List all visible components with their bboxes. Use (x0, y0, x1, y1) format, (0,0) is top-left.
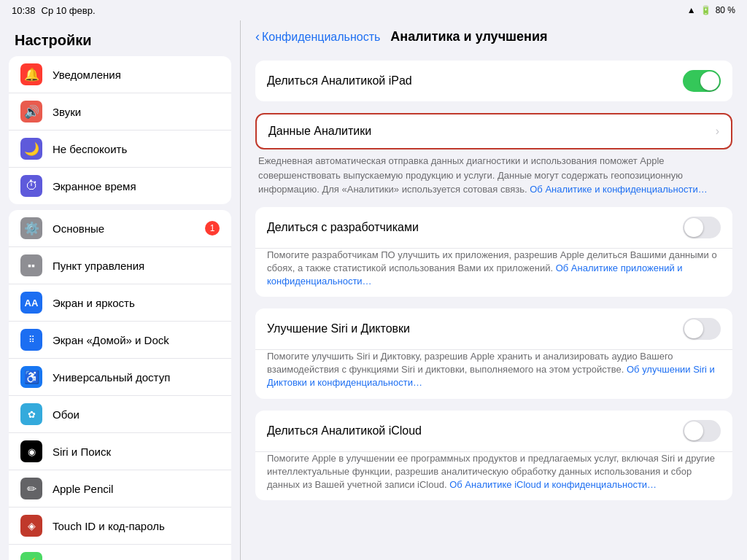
battery-level: 80 % (716, 5, 735, 15)
status-bar: 10:38 Ср 10 февр. ▲ 🔋 80 % (0, 0, 747, 20)
icloud-analytics-description: Помогите Apple в улучшении ее программны… (255, 452, 732, 501)
siri-dictation-label: Улучшение Siri и Диктовки (267, 322, 410, 335)
sidebar-item-label: Touch ID и код-пароль (53, 520, 220, 532)
analytics-data-row[interactable]: Данные Аналитики › (257, 114, 731, 148)
sidebar-item-label: Apple Pencil (53, 483, 220, 495)
sidebar-item-home[interactable]: ⠿ Экран «Домой» и Dock (9, 322, 231, 359)
sidebar-item-touchid[interactable]: ◈ Touch ID и код-пароль (9, 508, 231, 545)
toggle-knob (684, 319, 703, 338)
share-analytics-toggle[interactable] (683, 70, 721, 92)
icloud-analytics-group: Делиться Аналитикой iCloud Помогите Appl… (255, 411, 732, 501)
sidebar-item-control[interactable]: ▪▪ Пункт управления (9, 247, 231, 284)
share-developers-description: Помогите разработчикам ПО улучшить их пр… (255, 249, 732, 298)
sidebar-item-general[interactable]: ⚙️ Основные 1 (9, 210, 231, 247)
applepencil-icon: ✏ (20, 478, 42, 499)
sidebar-item-wallpaper[interactable]: ✿ Обои (9, 396, 231, 433)
sidebar-item-battery[interactable]: ⚡ Аккумулятор (9, 545, 231, 560)
sidebar-item-sounds[interactable]: 🔊 Звуки (9, 93, 231, 131)
sidebar-list: 🔔 Уведомления 🔊 Звуки 🌙 Не беспокоить ⏱ … (0, 56, 240, 560)
share-ipad-group: Делиться Аналитикой iPad (255, 61, 732, 101)
sidebar-item-label: Пункт управления (53, 260, 220, 272)
siri-privacy-link[interactable]: Об улучшении Siri и Диктовки и конфиденц… (267, 364, 715, 388)
siri-icon: ◉ (20, 440, 42, 462)
sidebar-item-label: Аккумулятор (53, 557, 220, 561)
control-icon: ▪▪ (20, 254, 42, 276)
sounds-icon: 🔊 (20, 101, 42, 122)
siri-dictation-description: Помогите улучшить Siri и Диктовку, разре… (255, 350, 732, 399)
sidebar-item-screentime[interactable]: ⏱ Экранное время (9, 168, 231, 204)
status-bar-right: ▲ 🔋 80 % (687, 5, 735, 15)
sidebar-item-label: Обои (53, 408, 220, 421)
share-developers-row: Делиться с разработчиками (255, 207, 732, 249)
sidebar-item-donotdisturb[interactable]: 🌙 Не беспокоить (9, 131, 231, 168)
toggle-knob (684, 218, 703, 237)
page-title: Аналитика и улучшения (390, 29, 547, 44)
share-developers-toggle[interactable] (683, 217, 721, 238)
icloud-analytics-label: Делиться Аналитикой iCloud (267, 424, 422, 438)
share-analytics-label: Делиться Аналитикой iPad (267, 74, 412, 88)
sidebar-item-label: Не беспокоить (53, 143, 220, 155)
wifi-icon: ▲ (687, 5, 696, 15)
sidebar-title: Настройки (0, 20, 240, 56)
analytics-link[interactable]: Об Аналитике и конфиденциальности… (530, 184, 707, 195)
main-layout: Настройки 🔔 Уведомления 🔊 Звуки 🌙 Не бес… (0, 20, 747, 560)
sidebar-item-label: Основные (53, 222, 195, 235)
siri-dictation-toggle[interactable] (683, 318, 721, 340)
back-button[interactable]: ‹ Конфиденциальность (255, 29, 380, 44)
chevron-right-icon: › (716, 125, 719, 138)
sidebar-item-display[interactable]: AA Экран и яркость (9, 284, 231, 322)
content-header: ‹ Конфиденциальность Аналитика и улучшен… (241, 20, 747, 53)
sidebar: Настройки 🔔 Уведомления 🔊 Звуки 🌙 Не бес… (0, 20, 241, 560)
sidebar-item-label: Экранное время (53, 180, 220, 192)
status-date: Ср 10 февр. (42, 5, 96, 16)
sidebar-item-label: Siri и Поиск (53, 446, 220, 458)
icloud-analytics-row: Делиться Аналитикой iCloud (255, 411, 732, 452)
sidebar-bottom-group: ⚙️ Основные 1 ▪▪ Пункт управления AA Экр… (9, 210, 231, 560)
dev-analytics-link[interactable]: Об Аналитике приложений и конфиденциальн… (267, 262, 683, 287)
icloud-privacy-link[interactable]: Об Аналитике iCloud и конфиденциальности… (449, 479, 657, 490)
home-icon: ⠿ (20, 329, 42, 351)
toggle-knob (684, 421, 703, 440)
analytics-data-label: Данные Аналитики (268, 125, 371, 138)
general-badge: 1 (205, 221, 220, 236)
back-chevron-icon: ‹ (255, 29, 260, 44)
share-developers-label: Делиться с разработчиками (267, 221, 419, 234)
general-icon: ⚙️ (20, 217, 42, 239)
touchid-icon: ◈ (20, 515, 42, 537)
status-time: 10:38 (12, 5, 36, 16)
battery-icon: 🔋 (700, 5, 711, 15)
screentime-icon: ⏱ (20, 175, 42, 197)
content-area: ‹ Конфиденциальность Аналитика и улучшен… (241, 20, 747, 560)
sidebar-item-notifications[interactable]: 🔔 Уведомления (9, 56, 231, 93)
sidebar-item-applepencil[interactable]: ✏ Apple Pencil (9, 470, 231, 508)
accessibility-icon: ♿ (20, 366, 42, 388)
icloud-analytics-toggle[interactable] (683, 420, 721, 442)
sidebar-item-label: Экран «Домой» и Dock (53, 334, 220, 346)
sidebar-item-label: Экран и яркость (53, 297, 220, 309)
battery-icon2: ⚡ (20, 552, 42, 560)
share-analytics-row: Делиться Аналитикой iPad (255, 61, 732, 101)
donotdisturb-icon: 🌙 (20, 138, 42, 160)
share-developers-group: Делиться с разработчиками Помогите разра… (255, 207, 732, 298)
sidebar-item-label: Звуки (53, 106, 220, 118)
sidebar-item-accessibility[interactable]: ♿ Универсальный доступ (9, 359, 231, 396)
sidebar-item-label: Уведомления (53, 69, 220, 81)
analytics-data-description: Ежедневная автоматическая отправка данны… (255, 149, 732, 200)
sidebar-top-group: 🔔 Уведомления 🔊 Звуки 🌙 Не беспокоить ⏱ … (9, 56, 231, 204)
content-body: Делиться Аналитикой iPad Данные Аналитик… (241, 53, 747, 519)
analytics-data-section: Данные Аналитики › Ежедневная автоматиче… (255, 113, 732, 200)
wallpaper-icon: ✿ (20, 403, 42, 425)
siri-dictation-row: Улучшение Siri и Диктовки (255, 308, 732, 350)
display-icon: AA (20, 292, 42, 314)
status-bar-left: 10:38 Ср 10 февр. (12, 5, 96, 16)
notifications-icon: 🔔 (20, 63, 42, 85)
toggle-knob (700, 71, 719, 90)
sidebar-item-siri[interactable]: ◉ Siri и Поиск (9, 433, 231, 470)
back-label: Конфиденциальность (262, 31, 380, 44)
siri-dictation-group: Улучшение Siri и Диктовки Помогите улучш… (255, 308, 732, 399)
sidebar-item-label: Универсальный доступ (53, 371, 220, 384)
